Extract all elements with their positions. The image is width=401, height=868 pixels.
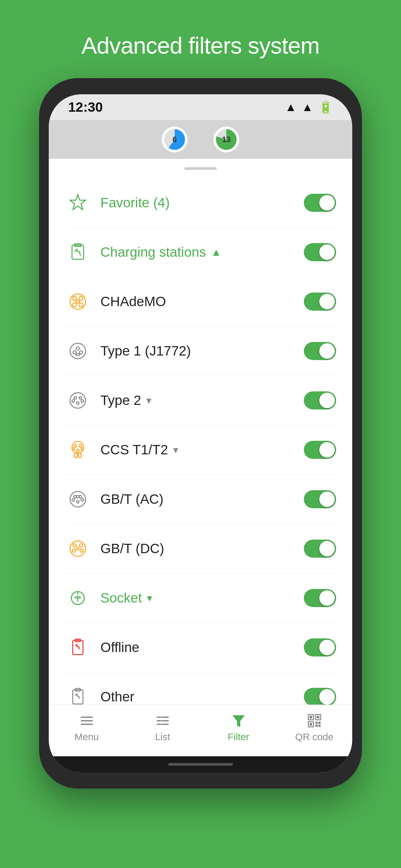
- svg-rect-80: [318, 722, 320, 724]
- svg-point-13: [76, 300, 80, 303]
- filter-icon: [230, 713, 247, 729]
- filter-item-other[interactable]: Other: [65, 672, 336, 705]
- map-preview: 6 13: [49, 120, 352, 159]
- svg-point-10: [79, 297, 83, 300]
- svg-point-14: [70, 343, 86, 359]
- svg-point-39: [76, 495, 79, 498]
- svg-point-24: [76, 402, 79, 404]
- svg-point-15: [76, 347, 80, 350]
- home-indicator: [49, 756, 352, 772]
- gbt-ac-toggle[interactable]: [304, 490, 336, 508]
- qr-icon: [306, 713, 322, 729]
- svg-point-21: [79, 397, 82, 399]
- ccs-icon: [65, 437, 91, 463]
- filter-item-socket[interactable]: Socket ▾: [65, 574, 336, 623]
- type2-label: Type 2 ▾: [100, 393, 294, 408]
- nav-menu[interactable]: Menu: [55, 713, 119, 742]
- nav-filter[interactable]: Filter: [206, 713, 271, 742]
- offline-toggle[interactable]: [304, 639, 336, 656]
- type2-toggle[interactable]: [304, 392, 336, 409]
- drag-handle[interactable]: [49, 159, 352, 178]
- svg-rect-56: [73, 690, 83, 704]
- status-icons: ▲ ▲ 🔋: [285, 100, 333, 114]
- svg-marker-72: [233, 715, 245, 727]
- other-toggle[interactable]: [304, 688, 336, 705]
- gbt-dc-label: GB/T (DC): [100, 541, 294, 556]
- favorite-toggle[interactable]: [304, 194, 336, 212]
- charging-station-icon: [65, 239, 91, 265]
- filter-item-charging-stations[interactable]: Charging stations ▲: [65, 228, 336, 277]
- svg-rect-79: [315, 722, 318, 724]
- filter-item-gbt-ac[interactable]: GB/T (AC): [65, 475, 336, 524]
- gbt-ac-label: GB/T (AC): [100, 492, 294, 507]
- page-title: Advanced filters system: [81, 32, 319, 59]
- menu-icon: [79, 713, 95, 729]
- nav-list[interactable]: List: [130, 713, 195, 742]
- type2-chevron: ▾: [146, 394, 151, 407]
- star-icon: [65, 190, 91, 216]
- svg-point-16: [73, 351, 76, 354]
- svg-rect-74: [310, 716, 312, 718]
- gbt-dc-icon: [65, 536, 91, 562]
- svg-point-17: [80, 351, 83, 354]
- svg-point-22: [72, 400, 74, 402]
- svg-point-8: [70, 294, 86, 309]
- svg-rect-76: [317, 716, 319, 718]
- svg-point-36: [72, 499, 74, 501]
- signal-icon: ▲: [302, 100, 313, 114]
- filter-item-ccs[interactable]: CCS T1/T2 ▾: [65, 425, 336, 475]
- map-marker-2: 13: [213, 127, 239, 152]
- chademo-icon: [65, 289, 91, 314]
- filter-item-offline[interactable]: Offline: [65, 623, 336, 672]
- charging-stations-toggle[interactable]: [304, 243, 336, 261]
- svg-point-27: [79, 445, 82, 447]
- filter-item-type2[interactable]: Type 2 ▾: [65, 376, 336, 425]
- drag-handle-bar: [184, 167, 217, 170]
- ccs-chevron: ▾: [173, 444, 178, 456]
- charging-stations-label: Charging stations ▲: [100, 244, 294, 260]
- svg-point-20: [74, 397, 76, 399]
- gbt-ac-icon: [65, 486, 91, 512]
- filter-item-type1[interactable]: Type 1 (J1772): [65, 327, 336, 376]
- socket-toggle[interactable]: [304, 589, 336, 607]
- charging-stations-chevron: ▲: [211, 246, 221, 258]
- status-bar: 12:30 ▲ ▲ 🔋: [49, 94, 352, 120]
- socket-chevron: ▾: [147, 592, 152, 604]
- svg-point-26: [74, 445, 76, 447]
- svg-rect-82: [318, 724, 320, 727]
- other-label: Other: [100, 689, 294, 705]
- menu-label: Menu: [74, 732, 99, 742]
- list-label: List: [155, 732, 170, 742]
- svg-point-43: [72, 549, 75, 552]
- filter-item-gbt-dc[interactable]: GB/T (DC): [65, 524, 336, 574]
- chademo-toggle[interactable]: [304, 292, 336, 311]
- ccs-toggle[interactable]: [304, 441, 336, 459]
- gbt-dc-toggle[interactable]: [304, 539, 336, 558]
- svg-point-41: [73, 544, 76, 547]
- svg-rect-31: [74, 453, 77, 458]
- svg-point-30: [76, 449, 79, 452]
- svg-rect-18: [76, 353, 80, 355]
- svg-line-7: [80, 254, 81, 255]
- filter-list: Favorite (4): [49, 178, 352, 705]
- filter-item-chademo[interactable]: CHAdeMO: [65, 277, 336, 327]
- svg-rect-78: [310, 723, 312, 725]
- chademo-label: CHAdeMO: [100, 294, 294, 309]
- map-marker-1: 6: [162, 127, 188, 152]
- socket-label: Socket ▾: [100, 590, 294, 606]
- svg-point-40: [70, 541, 86, 556]
- svg-point-12: [79, 303, 83, 307]
- nav-qr[interactable]: QR code: [282, 713, 347, 742]
- type1-toggle[interactable]: [304, 342, 336, 360]
- svg-point-29: [81, 448, 84, 451]
- svg-marker-0: [70, 195, 86, 210]
- svg-point-45: [76, 547, 79, 550]
- battery-icon: 🔋: [318, 100, 333, 114]
- socket-icon: [65, 585, 91, 611]
- svg-point-44: [80, 549, 83, 552]
- phone-frame: 12:30 ▲ ▲ 🔋 6 13: [39, 78, 362, 788]
- qr-label: QR code: [295, 732, 333, 742]
- offline-icon: [65, 634, 91, 660]
- filter-item-favorite[interactable]: Favorite (4): [65, 178, 336, 228]
- svg-point-42: [80, 544, 83, 547]
